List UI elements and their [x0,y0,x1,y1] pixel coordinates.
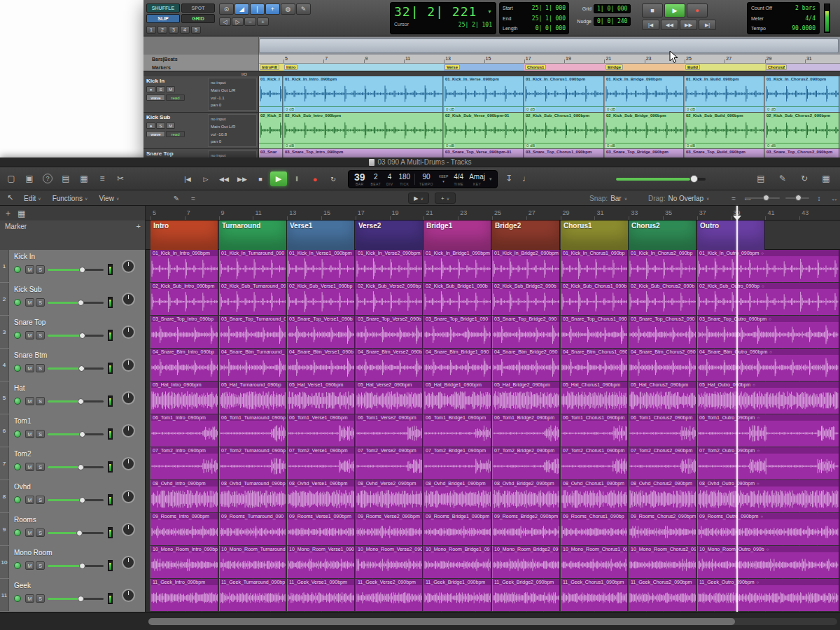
pan-knob[interactable] [122,556,135,569]
audio-region[interactable]: 07_Tom2_Bridge2_090bpm [492,447,560,479]
bars-beats-ruler[interactable]: Bars|Beats 5791113151719212325272931 [144,55,840,64]
track-on-button[interactable] [14,299,21,306]
pan-knob[interactable] [122,424,135,438]
audio-region[interactable]: 03_Snare_Top_Chorus2_090 [629,316,696,348]
audio-region[interactable]: 02_Kick_Sub_Chorus1_090bpm0 dB [524,113,604,148]
input-assignment[interactable]: no input [211,79,254,87]
audio-region[interactable]: 01_Kick_In_Bridge_090bpm0 dB [605,76,684,112]
selector-tool[interactable]: | [250,4,265,15]
zoomer-tool[interactable]: ⊙ [219,4,234,15]
solo-button[interactable]: S [36,331,45,340]
audio-region[interactable]: 08_Ovhd_Chorus2_090bpm [629,480,696,512]
solo-button[interactable]: S [156,122,165,129]
audio-region[interactable]: 01_Kick_In_Outro_090bpm○ [697,250,839,282]
add-track-button[interactable]: + [6,209,10,218]
audio-region[interactable]: 05_Hat_Outro_090bpm○ [697,382,839,414]
audio-region[interactable]: 09_Rooms_Outro_090bpm○ [697,513,839,545]
track-header[interactable]: Kick Sub●SMwavereadno inputMain Out L/Rv… [144,113,259,149]
audio-region[interactable]: 04_Snare_Btm_Intro_090bp [150,349,218,381]
section-marker-verse2[interactable]: Verse2 [356,220,424,250]
audio-region[interactable]: 07_Tom2_Verse2_090bpm [356,447,423,479]
volume-fader[interactable] [48,532,104,534]
drag-menu[interactable]: Drag: No Overlap ∨ [648,190,709,206]
edit-mode-spot[interactable]: SPOT [181,4,215,13]
input-assignment[interactable]: no input [211,115,254,123]
solo-button[interactable]: S [36,364,45,372]
marker-verse[interactable]: Verse [444,64,460,70]
audio-region[interactable]: 05_Hat_Intro_090bpm [150,382,218,414]
volume-fader[interactable] [48,368,104,370]
track-on-button[interactable] [14,266,21,273]
markers-ruler[interactable]: Markers IntroFillIntroVerseChorus1Bridge… [144,64,840,71]
audio-region[interactable]: 01_Kick_In_Bridge1_090bpm [424,250,491,282]
memory-location-4[interactable]: 4 [180,26,190,34]
audio-region[interactable]: 11_Geek_Verse2_090bpm [356,579,423,611]
solo-button[interactable]: S [36,594,45,603]
section-marker-chorus1[interactable]: Chorus1 [561,220,629,250]
track-header[interactable]: 8OvhdMS [0,480,146,513]
audio-region[interactable]: 04_Snare_Btm_Verse1_090b [287,349,355,381]
library-icon[interactable]: ▢ [4,172,18,186]
wave-view-button[interactable]: wave [146,131,165,137]
horizontal-scrollbar[interactable] [148,618,837,625]
audio-region[interactable]: 01_Kick_In_Intro_090bpm0 dB [284,76,443,112]
pan-readout[interactable]: pan 0 [211,138,254,146]
mute-button[interactable]: M [25,331,34,340]
fast-forward-button[interactable]: ▶▶ [680,20,697,30]
metronome-icon[interactable]: ♩ [519,172,533,186]
audio-region[interactable]: 07_Tom2_Outro_090bpm○ [697,447,839,479]
audio-region[interactable]: 03_Snare_Top_Chorus1_090bpm0 dB [524,149,604,158]
audio-region[interactable]: 02_Kick_Sub_Turnaround_09 [219,283,286,315]
section-marker-verse1[interactable]: Verse1 [287,220,355,250]
record-arm-button[interactable]: ● [146,86,155,92]
audio-region[interactable]: 10_Mono_Room_Bridge1_09 [424,546,491,578]
trim-tool[interactable]: ◢ [234,4,249,15]
add-marker-button[interactable]: + [136,222,141,230]
pan-knob[interactable] [122,358,135,372]
audio-region[interactable]: 07_Tom2_Bridge1_090bpm [424,447,491,479]
overview-band[interactable] [259,38,839,53]
audio-region[interactable]: 03_Snar [259,149,283,158]
track-on-button[interactable] [14,430,21,438]
edit-mode-slip[interactable]: SLIP [146,14,180,23]
track-on-button[interactable] [14,496,21,503]
audio-region[interactable]: 06_Tom1_Chorus2_090bpm [629,414,696,447]
grabber-tool[interactable]: + [265,4,280,15]
audio-region[interactable]: 01_Kick_In_Turnaround_090 [219,250,286,282]
audio-region[interactable]: 11_Geek_Bridge2_090bpm [492,579,560,611]
edit-mode-shuffle[interactable]: SHUFFLE [146,4,180,13]
audio-region[interactable]: 03_Snare_Top_Verse2_090b [356,316,423,348]
section-marker-bridge2[interactable]: Bridge2 [492,220,560,250]
audio-region[interactable]: 05_Hat_Bridge2_090bpm [492,382,560,414]
audio-region[interactable]: 02_Kick_Sub_Chorus1_090b [561,283,628,315]
track-on-button[interactable] [14,365,21,372]
audio-region[interactable]: 07_Tom2_Intro_090bpm [150,447,218,479]
mute-button[interactable]: M [25,528,34,537]
lcd-tempo[interactable]: 90 TEMPO [416,172,436,187]
audio-region[interactable]: 06_Tom1_Bridge2_090bpm [492,414,560,447]
audio-region[interactable]: 09_Rooms_Chorus1_090bp [561,513,628,545]
audio-region[interactable]: 10_Mono_Room_Verse2_090 [356,546,423,578]
flex-icon[interactable]: ≈ [188,192,199,204]
audio-region[interactable]: 11_Geek_Chorus2_090bpm [629,579,696,611]
audio-region[interactable]: 07_Tom2_Verse1_090bpm [287,447,355,479]
volume-fader[interactable] [48,598,104,600]
pause-button[interactable]: ‖ [288,172,305,186]
audio-region[interactable]: 03_Snare_Top_Chorus1_090 [561,316,628,348]
track-header[interactable]: 4Snare BtmMS [0,349,146,382]
audio-region[interactable]: 01_Kick_In_Chorus2_090bpm0 dB [765,76,839,112]
audio-region[interactable]: 01_Kick_In_Bridge2_090bpm [492,250,560,282]
audio-region[interactable]: 01_Kick_In_Verse1_090bpm [287,250,355,282]
audio-region[interactable]: 06_Tom1_Intro_090bpm [150,414,218,447]
audio-region[interactable]: 02_Kick_Sub_Intro_090bpm0 dB [284,113,443,148]
audio-region[interactable]: 02_Kick_Sub_Intro_090bpm [150,283,218,315]
marker-chorus1[interactable]: Chorus1 [525,64,546,70]
mute-button[interactable]: M [166,122,175,129]
apple-loops-icon[interactable]: ↻ [797,172,811,186]
section-marker-outro[interactable]: Outro [697,220,765,250]
solo-button[interactable]: S [36,265,45,274]
audio-region[interactable]: 08_Ovhd_Outro_090bpm○ [697,480,839,512]
audio-region[interactable]: 10_Mono_Room_Chorus1_09 [561,546,628,578]
scrollbar-thumb[interactable] [148,618,735,625]
play-from-selection-button[interactable]: ▷ [197,172,214,186]
